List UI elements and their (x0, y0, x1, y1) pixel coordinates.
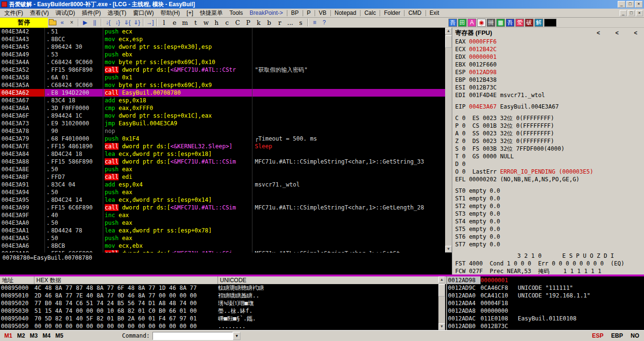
register-line[interactable]: ST6 empty 0.0 (452, 233, 644, 241)
stack-row[interactable]: 0012AD9C0CA46CF8UNICODE "111111" (447, 284, 644, 292)
log-window-button[interactable]: l (159, 18, 169, 27)
memory-map-button[interactable]: m (180, 18, 190, 27)
call-stack-button[interactable]: k (253, 18, 264, 27)
register-view-arrow[interactable]: < (615, 30, 619, 36)
run-button[interactable]: ▶ (80, 18, 90, 27)
disasm-row[interactable]: 004E3A45.896424 30mov dword ptr ss:[esp+… (0, 43, 445, 51)
menu-breakpoint[interactable]: BreakPoint-> (246, 9, 286, 17)
stack-row[interactable]: 0012ADA400004F18 (447, 299, 644, 307)
stack-row[interactable]: 0012AD9800000001 (447, 276, 644, 284)
dump-row[interactable]: 0089505000 00 00 00 00 00 00 00 00 00 00… (0, 322, 446, 330)
menu-update[interactable]: [+] (183, 9, 196, 17)
register-line[interactable]: Z 0 DS 0023 32位 0(FFFFFFFF) (452, 137, 644, 145)
register-line[interactable]: EFL 00000202 (NO,NB,NE,A,NS,PO,GE,G) (452, 176, 644, 183)
disasm-row[interactable]: 004E3A43.8BCCmov ecx,esp (0, 35, 445, 43)
plugin-wu-button[interactable]: 吾 (506, 19, 514, 27)
memory-tab-m5[interactable]: M5 (53, 332, 66, 339)
scrollbar-thumb[interactable] (445, 35, 452, 48)
disasm-row[interactable]: 004E3A58.6A 01push 0x1 (0, 74, 445, 81)
menu-folder[interactable]: Folder (381, 9, 404, 17)
scrollbar-track[interactable] (438, 283, 445, 323)
child-minimize-button[interactable]: _ (620, 10, 627, 16)
executables-window-button[interactable]: e (169, 18, 180, 27)
register-line[interactable]: ST7 empty 0.0 (452, 241, 644, 248)
menu-options[interactable]: 选项(T) (104, 9, 130, 18)
register-line[interactable]: O 0 LastErr ERROR_IO_PENDING (000003E5) (452, 168, 644, 176)
disasm-row[interactable]: 004E3A6F.894424 1Cmov dword ptr ss:[esp+… (0, 112, 445, 120)
disasm-row[interactable]: 004E3A52.FF15 986F890call dword ptr ds:[… (0, 66, 445, 74)
disasm-row[interactable]: 004E3A7E.FF15 4861890call dword ptr ds:[… (0, 143, 445, 150)
close-button[interactable]: × (635, 1, 643, 8)
disasm-row[interactable]: 004E3A94.50push eax (0, 188, 445, 196)
register-line[interactable]: FCW 027F Prec NEAR,53 掩码 1 1 1 1 1 1 (452, 267, 644, 275)
menu-file[interactable]: 文件(F) (1, 9, 26, 18)
plugin-jie-button[interactable]: 解 (535, 19, 543, 27)
register-line[interactable]: ESP 0012AD98 (452, 68, 644, 76)
disasm-row[interactable]: 004E3AA1.8D4424 78lea eax,dword ptr ss:[… (0, 227, 445, 234)
stack-row[interactable]: 0012ADB00012B73C (447, 322, 644, 330)
toolbar-black-box[interactable] (544, 19, 557, 27)
register-line[interactable]: A 0 SS 0023 32位 0(FFFFFFFF) (452, 130, 644, 137)
register-line[interactable]: ST1 empty 0.0 (452, 195, 644, 202)
disasm-row[interactable]: 004E3A4A.C68424 9C060mov byte ptr ss:[es… (0, 58, 445, 66)
step-into-button[interactable]: ↓{ (103, 18, 113, 27)
disasm-row[interactable]: 004E3A91.83C4 04add esp,0x4msvcr71._wtol (0, 181, 445, 188)
dump-row[interactable]: 0089502077 B0 48 74 C6 51 74 24 B5 56 74… (0, 299, 446, 307)
open-file-button[interactable] (48, 18, 57, 27)
threads-button[interactable]: t (190, 18, 201, 27)
scroll-up-icon[interactable]: ▲ (445, 28, 452, 34)
plugin-a-button[interactable]: A (468, 19, 476, 27)
memory-tab-m4[interactable]: M4 (40, 332, 53, 339)
disasm-row[interactable]: 004E3A7890nop (0, 127, 445, 135)
execute-till-return-button[interactable]: →] (145, 18, 155, 27)
plugin-grid-green-button[interactable]: 田 (458, 19, 467, 27)
step-over-button[interactable]: ↓} (113, 18, 122, 27)
register-line[interactable]: ST0 empty 0.0 (452, 187, 644, 195)
references-button[interactable]: r (274, 18, 285, 27)
disasm-row[interactable]: 004E3A6A.3D F0FF0000cmp eax,0xFFF0 (0, 104, 445, 112)
pause-button[interactable]: || (90, 18, 99, 27)
register-line[interactable]: EIP 004E3A67 EasyBuil.004E3A67 (452, 103, 644, 110)
menu-notepad[interactable]: Notepad (331, 9, 360, 17)
menu-view[interactable]: 查看(V) (26, 9, 52, 18)
help-button[interactable]: ? (319, 18, 329, 27)
plugin-52pojie-button[interactable]: 吾 (448, 19, 457, 27)
register-line[interactable]: EDX 00000001 (452, 53, 644, 61)
menu-tools[interactable]: Tools (226, 9, 246, 17)
stack-row[interactable]: 0012ADAC011E0108EasyBuil.011E0108 (447, 315, 644, 322)
debug-options-button[interactable]: ≡ (310, 18, 319, 27)
menu-plugins[interactable]: 插件(P) (78, 9, 104, 18)
disasm-row[interactable]: 004E3A62.E8 194D2200call EasyBuil.007087… (0, 89, 445, 97)
source-button[interactable]: s (295, 18, 306, 27)
disasm-row[interactable]: 004E3A84.8D4C24 18lea ecx,dword ptr ss:[… (0, 150, 445, 158)
scrollbar-track[interactable] (445, 34, 452, 246)
scroll-down-icon[interactable]: ▼ (445, 246, 452, 253)
register-line[interactable]: ECX 0012B42C (452, 45, 644, 53)
disasm-row[interactable]: 004E3A88.FF15 586F890call dword ptr ds:[… (0, 158, 445, 165)
register-line[interactable]: ESI 0012B73C (452, 84, 644, 91)
minimize-button[interactable]: _ (618, 1, 625, 8)
register-line[interactable]: S 0 FS 003B 32位 7FFDF000(4000) (452, 145, 644, 153)
disasm-row[interactable]: 004E3AA0.50push eax (0, 219, 445, 227)
comparison-window-button[interactable]: C (232, 18, 243, 27)
patches-button[interactable]: P (243, 18, 253, 27)
menu-vb[interactable]: VB (316, 9, 330, 17)
command-dropdown-button[interactable]: ▼ (233, 332, 240, 340)
windows-button[interactable]: w (201, 18, 211, 27)
menu-bp[interactable]: BP (288, 9, 302, 17)
plugin-po-button[interactable]: 破 (525, 19, 534, 27)
register-line[interactable]: D 0 (452, 160, 644, 168)
scroll-down-icon[interactable]: ▼ (438, 323, 445, 330)
menu-exit[interactable]: Exit (426, 9, 443, 17)
menu-help[interactable]: 帮助(H) (157, 9, 184, 18)
register-line[interactable]: T 0 GS 0000 NULL (452, 153, 644, 160)
register-view-arrow[interactable]: < (597, 30, 600, 36)
child-restore-button[interactable]: □ (628, 10, 635, 16)
menu-quick[interactable]: 快捷菜单 (196, 9, 226, 18)
disasm-row[interactable]: 004E3A5A.C68424 9C060mov byte ptr ss:[es… (0, 81, 445, 89)
animate-into-button[interactable]: ⇓{ (122, 18, 132, 27)
dump-row[interactable]: 008950004C 48 8A 77 87 48 8A 77 6F 48 8A… (0, 284, 446, 292)
register-line[interactable]: ST5 empty 0.0 (452, 225, 644, 233)
register-view-arrow[interactable]: < (634, 30, 637, 36)
disasm-row[interactable]: 004E3A49.53push ebx (0, 51, 445, 58)
